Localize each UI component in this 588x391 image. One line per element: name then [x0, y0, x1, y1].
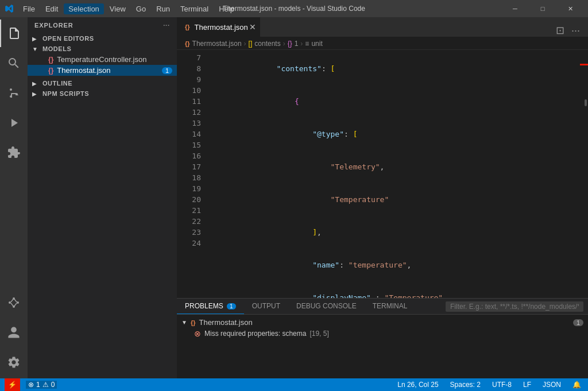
- remote-icon: ⚡: [8, 381, 17, 389]
- panel-tabs: PROBLEMS 1 OUTPUT DEBUG CONSOLE TERMINAL: [177, 299, 588, 315]
- split-editor-button[interactable]: ⊡: [552, 24, 568, 37]
- vscode-logo: [5, 4, 14, 13]
- tab-bar: {} Thermostat.json ✕ ⊡ ···: [177, 17, 588, 37]
- svg-line-6: [14, 303, 17, 306]
- language-status[interactable]: JSON: [540, 381, 563, 389]
- run-activity-icon[interactable]: [0, 109, 28, 137]
- sidebar-more-button[interactable]: ···: [163, 22, 170, 29]
- position-status[interactable]: Ln 26, Col 25: [395, 381, 440, 389]
- editor-area: {} Thermostat.json ✕ ⊡ ··· {} Thermostat…: [177, 17, 588, 378]
- spaces-status[interactable]: Spaces: 2: [448, 381, 483, 389]
- spaces-label: Spaces: 2: [450, 381, 481, 389]
- menu-terminal[interactable]: Terminal: [176, 3, 213, 14]
- breadcrumb-file[interactable]: Thermostat.json: [192, 40, 242, 48]
- problem-location: [19, 5]: [310, 330, 328, 338]
- account-icon[interactable]: [0, 319, 28, 346]
- scrollbar-thumb[interactable]: [585, 99, 587, 106]
- encoding-status[interactable]: UTF-8: [490, 381, 514, 389]
- sidebar: EXPLORER ··· ▶ OPEN EDITORS ▼ MODELS {} …: [28, 17, 177, 378]
- outline-arrow: ▶: [32, 80, 40, 87]
- models-section: ▼ MODELS {} TemperatureController.json {…: [28, 44, 177, 76]
- open-editors-arrow: ▶: [32, 36, 40, 42]
- problem-group-arrow: ▼: [181, 319, 187, 326]
- tab-label: Thermostat.json: [195, 23, 248, 32]
- minimize-button[interactable]: ─: [502, 0, 528, 17]
- tab-problems[interactable]: PROBLEMS 1: [177, 299, 244, 314]
- open-editors-header[interactable]: ▶ OPEN EDITORS: [28, 33, 177, 44]
- problems-badge: 1: [227, 303, 236, 309]
- breadcrumb-contents[interactable]: contents: [254, 40, 280, 48]
- sidebar-header: EXPLORER ···: [28, 17, 177, 33]
- code-content[interactable]: "contents": [ { "@type": [ "Telemetry",: [206, 50, 580, 298]
- problem-message: Miss required properties: schema: [204, 330, 306, 338]
- breadcrumb-unit[interactable]: unit: [311, 40, 322, 48]
- maximize-button[interactable]: □: [529, 0, 556, 17]
- menu-view[interactable]: View: [105, 3, 130, 14]
- problem-item-0[interactable]: ⊗ Miss required properties: schema [19, …: [177, 328, 588, 339]
- svg-point-0: [9, 301, 11, 304]
- npm-scripts-section: ▶ NPM SCRIPTS: [28, 88, 177, 99]
- warning-count: 0: [51, 381, 55, 389]
- language-label: JSON: [543, 381, 561, 389]
- npm-scripts-header[interactable]: ▶ NPM SCRIPTS: [28, 88, 177, 99]
- file-thermostat[interactable]: {} Thermostat.json 1: [28, 65, 177, 76]
- breadcrumb-item-num[interactable]: 1: [295, 40, 299, 48]
- explorer-activity-icon[interactable]: [0, 20, 28, 47]
- tab-close-button[interactable]: ✕: [249, 22, 256, 32]
- code-line-14: "displayName" : "Temperature",: [214, 281, 580, 298]
- breadcrumb: {} Thermostat.json › [] contents › {} 1 …: [177, 37, 588, 50]
- settings-icon[interactable]: [0, 349, 28, 376]
- panel-filter: [441, 299, 588, 314]
- explorer-label: EXPLORER: [34, 22, 74, 29]
- problem-group-thermostat: ▼ {} Thermostat.json 1 ⊗ Miss required p…: [177, 317, 588, 339]
- models-header[interactable]: ▼ MODELS: [28, 44, 177, 54]
- file-name-thermostat: Thermostat.json: [57, 66, 110, 75]
- notifications-button[interactable]: 🔔: [570, 381, 583, 389]
- thermostat-badge: 1: [162, 67, 172, 74]
- breadcrumb-item-icon: {}: [288, 40, 292, 48]
- more-tabs-button[interactable]: ···: [568, 25, 583, 37]
- editor-scrollbar[interactable]: [580, 50, 588, 298]
- breadcrumb-sep2: ›: [283, 40, 285, 48]
- outline-header[interactable]: ▶ OUTLINE: [28, 78, 177, 88]
- menu-selection[interactable]: Selection: [64, 3, 103, 14]
- breadcrumb-sep3: ›: [300, 40, 303, 48]
- tab-debug-console[interactable]: DEBUG CONSOLE: [288, 299, 365, 314]
- file-name-temperature: TemperatureController.json: [57, 55, 146, 64]
- titlebar-left: File Edit Selection View Go Run Terminal…: [5, 3, 239, 14]
- code-line-8: {: [214, 85, 580, 118]
- activity-bar-bottom: [0, 289, 28, 376]
- source-control-activity-icon[interactable]: [0, 79, 28, 107]
- line-ending-status[interactable]: LF: [521, 381, 533, 389]
- error-count-status[interactable]: ⊗ 1 ⚠ 0: [26, 381, 57, 389]
- output-label: OUTPUT: [252, 302, 280, 310]
- menu-bar: File Edit Selection View Go Run Terminal…: [18, 3, 239, 14]
- svg-line-7: [11, 303, 13, 306]
- extensions-activity-icon[interactable]: [0, 139, 28, 167]
- error-circle-icon: ⊗: [194, 329, 201, 338]
- breadcrumb-sep1: ›: [244, 40, 246, 48]
- code-line-9: "@type": [: [214, 118, 580, 150]
- problem-group-name: Thermostat.json: [199, 318, 252, 327]
- status-bar: ⚡ ⊗ 1 ⚠ 0 Ln 26, Col 25 Spaces: 2 UTF-8 …: [0, 378, 588, 391]
- filter-input[interactable]: [446, 301, 583, 312]
- close-button[interactable]: ✕: [557, 0, 583, 17]
- menu-file[interactable]: File: [18, 3, 40, 14]
- problem-group-header[interactable]: ▼ {} Thermostat.json 1: [177, 317, 588, 328]
- svg-point-2: [17, 301, 19, 304]
- tab-terminal[interactable]: TERMINAL: [365, 299, 416, 314]
- open-editors-section: ▶ OPEN EDITORS: [28, 33, 177, 44]
- error-count: 1: [36, 381, 40, 389]
- search-activity-icon[interactable]: [0, 49, 28, 77]
- encoding-label: UTF-8: [492, 381, 512, 389]
- menu-run[interactable]: Run: [152, 3, 175, 14]
- statusbar-right: Ln 26, Col 25 Spaces: 2 UTF-8 LF JSON 🔔: [395, 381, 583, 389]
- tab-thermostat[interactable]: {} Thermostat.json ✕: [177, 17, 260, 37]
- menu-go[interactable]: Go: [131, 3, 150, 14]
- source-graph-icon[interactable]: [0, 289, 28, 316]
- tab-output[interactable]: OUTPUT: [244, 299, 288, 314]
- panel-content: ▼ {} Thermostat.json 1 ⊗ Miss required p…: [177, 315, 588, 378]
- menu-edit[interactable]: Edit: [41, 3, 63, 14]
- error-status[interactable]: ⚡: [5, 378, 20, 391]
- file-temperature-controller[interactable]: {} TemperatureController.json: [28, 54, 177, 65]
